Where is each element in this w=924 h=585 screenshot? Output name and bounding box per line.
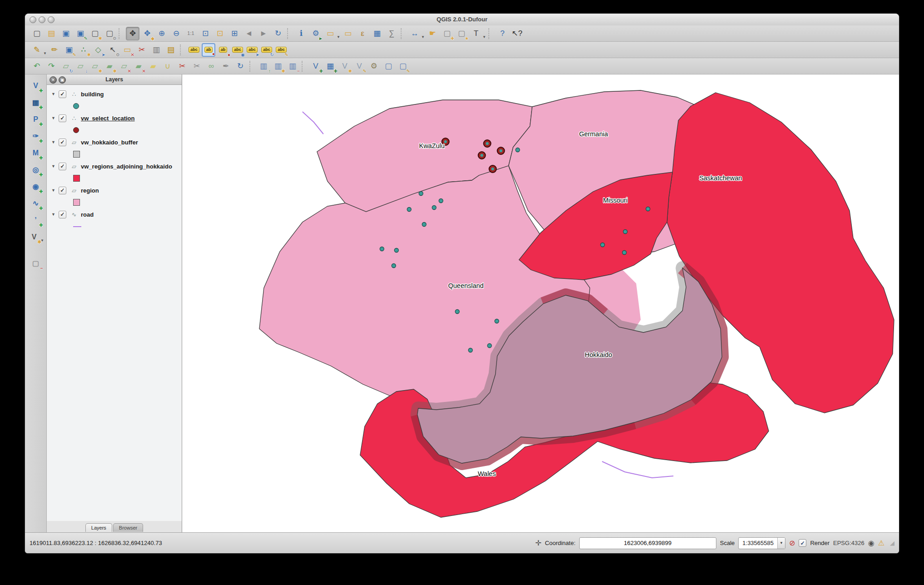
building-point[interactable] [392, 264, 396, 268]
road-line-northwest[interactable] [303, 112, 323, 134]
building-point[interactable] [422, 223, 426, 227]
building-point[interactable] [646, 207, 650, 211]
layer-item-road[interactable]: ▼✓∿road [47, 208, 182, 221]
grass-region-edit-icon[interactable]: ▢✎ [396, 59, 410, 73]
vector-layer-new-icon[interactable]: V✱ [338, 59, 352, 73]
node-tool-icon[interactable]: ↖⚙ [106, 43, 119, 57]
layer-visibility-checkbox[interactable]: ✓ [59, 211, 66, 218]
add-raster-layer-icon[interactable]: ▦✚ [29, 96, 43, 109]
expand-icon[interactable]: ▼ [51, 116, 58, 120]
render-checkbox[interactable]: ✓ [799, 539, 806, 547]
crs-status-icon[interactable]: ◉ [868, 539, 874, 547]
identify-features-icon[interactable]: ℹ [294, 27, 308, 40]
split-parts-icon[interactable]: ✂ [190, 59, 204, 73]
zoom-last-icon[interactable]: ◄ [242, 27, 256, 40]
panel-tab-layers[interactable]: Layers [85, 523, 112, 532]
add-spatialite-layer-icon[interactable]: ✑✚ [29, 129, 43, 143]
vector-layer-add-icon[interactable]: V✚ [309, 59, 323, 73]
fill-ring-icon[interactable]: ▰ [146, 59, 160, 73]
building-point[interactable] [622, 251, 626, 255]
copy-features-icon[interactable]: ▥ [149, 43, 163, 57]
layer-visibility-checkbox[interactable]: ✓ [59, 187, 66, 194]
open-attribute-table-icon[interactable]: ▦ [370, 27, 384, 40]
remove-layer-icon[interactable]: ▢− [29, 257, 43, 270]
raster-load-icon[interactable]: ▥↑ [257, 59, 270, 73]
layer-name[interactable]: vw_hokkaido_buffer [81, 139, 138, 146]
raster-new-icon[interactable]: ▥✱ [271, 59, 285, 73]
grass-region-display-icon[interactable]: ▢ [382, 59, 395, 73]
pin-unpin-labels-icon[interactable]: ab● [202, 43, 215, 57]
expand-icon[interactable]: ▼ [51, 92, 58, 96]
building-point[interactable] [407, 208, 411, 212]
add-wcs-layer-icon[interactable]: ◉✚ [29, 180, 43, 193]
simplify-feature-icon[interactable]: ▱↓ [74, 59, 87, 73]
layer-name[interactable]: vw_select_location [81, 115, 135, 122]
refresh-map-icon[interactable]: ↻ [271, 27, 285, 40]
offset-curve-icon[interactable]: ∪ [161, 59, 174, 73]
add-part-icon[interactable]: ▰✱ [103, 59, 116, 73]
text-annotation-icon[interactable]: T▼ [469, 27, 483, 40]
raster-layer-add-icon[interactable]: ▦✚ [323, 59, 337, 73]
layer-item-region[interactable]: ▼✓▱region [47, 184, 182, 197]
rotate-feature-icon[interactable]: ▱↻ [59, 59, 73, 73]
titlebar[interactable]: QGIS 2.0.1-Dufour [25, 14, 899, 26]
expand-icon[interactable]: ▼ [51, 140, 58, 144]
vector-layer-edit-icon[interactable]: V✎ [353, 59, 366, 73]
add-feature-icon[interactable]: ∴✱ [77, 43, 90, 57]
building-point[interactable] [623, 230, 627, 234]
raster-remove-icon[interactable]: ▥− [286, 59, 299, 73]
zoom-to-layer-icon[interactable]: ⊞ [228, 27, 241, 40]
paste-features-icon[interactable]: ▤ [164, 43, 178, 57]
zoom-native-icon[interactable]: 1:1 [184, 27, 198, 40]
select-features-icon[interactable]: ▭▼ [323, 27, 337, 40]
save-project-as-icon[interactable]: ▣✎ [74, 27, 87, 40]
layer-name[interactable]: road [81, 211, 94, 218]
rotate-point-symbols-icon[interactable]: ✒ [219, 59, 233, 73]
layer-name[interactable]: building [81, 91, 104, 98]
grass-tools-icon[interactable]: ⚙ [367, 59, 381, 73]
add-wms-layer-icon[interactable]: ◎✚ [29, 163, 43, 177]
delete-part-icon[interactable]: ▰✕ [132, 59, 145, 73]
new-shapefile-layer-dropdown-icon[interactable]: ▼ [40, 239, 44, 243]
panel-tab-browser[interactable]: Browser [113, 523, 143, 532]
layer-visibility-checkbox[interactable]: ✓ [59, 114, 66, 122]
add-mssql-layer-icon[interactable]: M✚ [29, 146, 43, 160]
split-features-icon[interactable]: ✂ [175, 59, 189, 73]
save-layer-edits-icon[interactable]: ▣✎ [62, 43, 76, 57]
help-contents-icon[interactable]: ? [496, 27, 509, 40]
select-features-dropdown-icon[interactable]: ▼ [337, 35, 340, 39]
add-vector-layer-icon[interactable]: V✚ [29, 79, 43, 93]
building-point[interactable] [516, 148, 520, 152]
add-ring-icon[interactable]: ▱✱ [88, 59, 102, 73]
layer-name[interactable]: vw_regions_adjoining_hokkaido [81, 163, 172, 170]
toggle-editing-icon[interactable]: ✏ [48, 43, 61, 57]
merge-features-icon[interactable]: ∞ [204, 59, 218, 73]
new-bookmark-icon[interactable]: ▢✚ [440, 27, 454, 40]
zoom-full-icon[interactable]: ⊡ [199, 27, 212, 40]
add-oracle-layer-icon[interactable]: ’✚ [29, 213, 43, 227]
highlight-pinned-labels-icon[interactable]: abc [187, 43, 201, 57]
log-messages-icon[interactable]: ⚠ [878, 539, 884, 547]
pan-map-icon[interactable]: ✥ [126, 27, 139, 40]
building-point[interactable] [394, 248, 398, 253]
building-point[interactable] [439, 199, 443, 203]
field-calculator-icon[interactable]: ∑ [385, 27, 398, 40]
building-point[interactable] [495, 319, 499, 323]
building-point[interactable] [468, 348, 472, 352]
building-point[interactable] [380, 247, 384, 251]
whats-this-icon[interactable]: ↖? [510, 27, 524, 40]
cut-features-icon[interactable]: ✂ [135, 43, 149, 57]
layer-item-vw_regions_adjoining_hokkaido[interactable]: ▼✓▱vw_regions_adjoining_hokkaido [47, 160, 182, 173]
layer-item-vw_select_location[interactable]: ▼✓∴vw_select_location [47, 112, 182, 124]
panel-close-icon[interactable]: ✕ [50, 76, 57, 84]
delete-ring-icon[interactable]: ▱✕ [117, 59, 131, 73]
refresh-layers-icon[interactable]: ↻ [233, 59, 247, 73]
layer-visibility-checkbox[interactable]: ✓ [59, 90, 66, 98]
expand-icon[interactable]: ▼ [51, 188, 58, 193]
show-bookmarks-icon[interactable]: ▢★ [455, 27, 468, 40]
expand-icon[interactable]: ▼ [51, 212, 58, 217]
zoom-to-selection-icon[interactable]: ⊡ [213, 27, 227, 40]
map-svg[interactable]: KwaZuluGermaniaSaskatchewanMissouriQueen… [182, 74, 899, 532]
pan-to-selection-icon[interactable]: ✥◆ [140, 27, 154, 40]
delete-selected-icon[interactable]: ▭✕ [120, 43, 134, 57]
